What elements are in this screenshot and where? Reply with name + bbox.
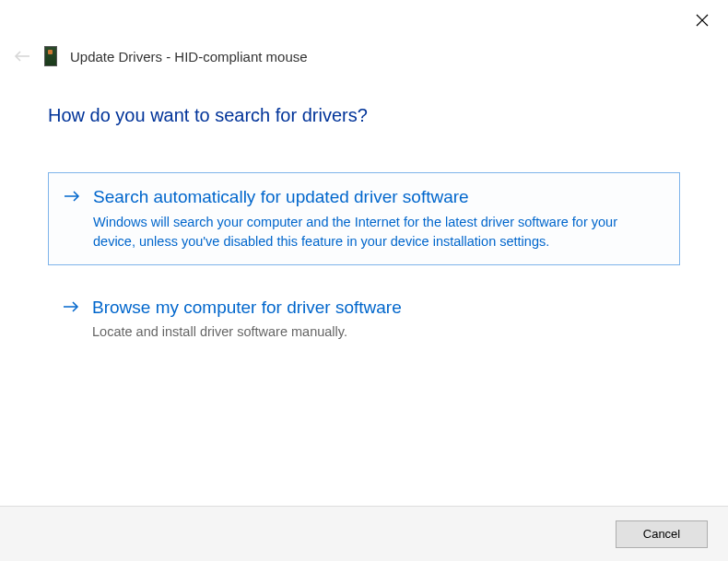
page-heading: How do you want to search for drivers? [48, 105, 680, 126]
window-title: Update Drivers - HID-compliant mouse [70, 49, 308, 64]
arrow-left-icon [14, 50, 30, 63]
arrow-right-icon [64, 190, 80, 206]
option-description: Windows will search your computer and th… [93, 213, 663, 251]
header: Update Drivers - HID-compliant mouse [13, 46, 308, 66]
option-description: Locate and install driver software manua… [92, 322, 663, 342]
option-browse-computer[interactable]: Browse my computer for driver software L… [48, 284, 680, 356]
close-icon [696, 14, 709, 27]
option-search-auto[interactable]: Search automatically for updated driver … [48, 172, 680, 265]
arrow-right-icon [63, 300, 79, 317]
close-button[interactable] [693, 11, 711, 29]
option-body: Search automatically for updated driver … [93, 186, 663, 251]
content-area: How do you want to search for drivers? S… [48, 105, 680, 373]
driver-icon [44, 46, 57, 66]
option-title: Search automatically for updated driver … [93, 186, 663, 209]
cancel-button[interactable]: Cancel [616, 520, 708, 548]
footer: Cancel [0, 506, 728, 561]
back-button [13, 47, 31, 65]
option-title: Browse my computer for driver software [92, 297, 663, 320]
option-body: Browse my computer for driver software L… [92, 297, 663, 343]
